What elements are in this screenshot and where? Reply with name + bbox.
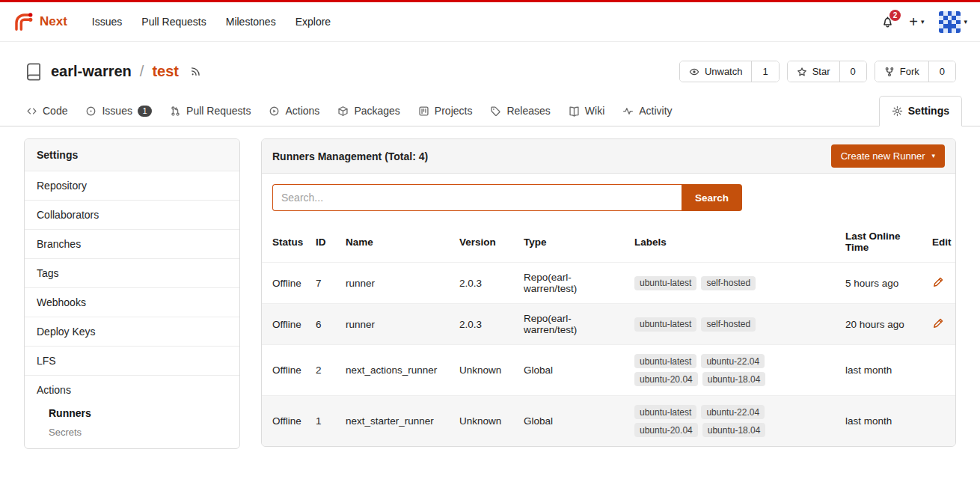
play-circle-icon bbox=[269, 106, 280, 117]
sidebar-item-repository[interactable]: Repository bbox=[25, 171, 239, 200]
runner-status: Offline bbox=[262, 304, 310, 345]
sidebar-item-lfs[interactable]: LFS bbox=[25, 346, 239, 375]
repo-action-buttons: Unwatch 1 Star 0 bbox=[679, 61, 956, 82]
main-nav: Issues Pull Requests Milestones Explore bbox=[82, 10, 340, 34]
sidebar-item-actions[interactable]: Actions bbox=[25, 375, 239, 404]
tab-code[interactable]: Code bbox=[18, 97, 76, 126]
tab-label: Packages bbox=[354, 105, 399, 117]
package-icon bbox=[337, 106, 349, 117]
tab-label: Wiki bbox=[585, 105, 604, 117]
chevron-down-icon: ▾ bbox=[931, 153, 935, 159]
sidebar-item-webhooks[interactable]: Webhooks bbox=[25, 287, 239, 317]
label-badge: ubuntu-latest bbox=[634, 354, 696, 368]
create-new-menu-button[interactable]: + ▾ bbox=[909, 16, 924, 28]
fork-button[interactable]: Fork bbox=[875, 61, 928, 82]
brand-name: Next bbox=[40, 14, 67, 29]
pencil-icon bbox=[932, 317, 944, 329]
runners-table: Status ID Name Version Type Labels Last … bbox=[262, 222, 956, 446]
tab-wiki[interactable]: Wiki bbox=[560, 97, 613, 126]
nav-pull-requests[interactable]: Pull Requests bbox=[132, 10, 215, 34]
tab-projects[interactable]: Projects bbox=[410, 97, 481, 126]
issues-count-badge: 1 bbox=[138, 106, 152, 117]
runners-panel-header: Runners Management (Total: 4) Create new… bbox=[262, 139, 955, 174]
book-icon bbox=[569, 106, 580, 117]
nav-explore[interactable]: Explore bbox=[286, 10, 340, 34]
notifications-button[interactable]: 2 bbox=[881, 16, 894, 28]
search-section: Search bbox=[262, 174, 955, 222]
label-badge: ubuntu-18.04 bbox=[702, 372, 766, 386]
runner-id: 1 bbox=[310, 396, 340, 447]
runner-id: 2 bbox=[310, 345, 340, 396]
star-button-group: Star 0 bbox=[787, 61, 867, 82]
search-input[interactable] bbox=[272, 184, 682, 211]
sidebar-item-secrets[interactable]: Secrets bbox=[25, 424, 239, 441]
eye-icon bbox=[689, 67, 699, 77]
sidebar-item-deploy-keys[interactable]: Deploy Keys bbox=[25, 317, 239, 346]
nav-issues[interactable]: Issues bbox=[82, 10, 132, 34]
label-badge: ubuntu-22.04 bbox=[701, 405, 765, 419]
star-button[interactable]: Star bbox=[788, 61, 839, 82]
tab-activity[interactable]: Activity bbox=[614, 97, 680, 126]
table-header: Status ID Name Version Type Labels Last … bbox=[262, 222, 956, 263]
watchers-count[interactable]: 1 bbox=[751, 61, 778, 82]
notification-count-badge: 2 bbox=[889, 10, 901, 21]
search-button[interactable]: Search bbox=[682, 184, 742, 211]
runner-labels: ubuntu-latest ubuntu-22.04 ubuntu-20.04 … bbox=[628, 396, 839, 447]
runner-edit-cell bbox=[926, 396, 956, 447]
stars-count[interactable]: 0 bbox=[839, 61, 866, 82]
nav-milestones[interactable]: Milestones bbox=[216, 10, 286, 34]
runner-name: runner bbox=[340, 263, 453, 304]
tab-label: Code bbox=[43, 105, 67, 117]
tab-pull-requests[interactable]: Pull Requests bbox=[162, 97, 259, 126]
runner-id: 7 bbox=[310, 263, 340, 304]
sidebar-item-branches[interactable]: Branches bbox=[25, 229, 239, 258]
runner-labels: ubuntu-latest self-hosted bbox=[628, 263, 839, 304]
runner-edit-cell bbox=[926, 304, 956, 345]
settings-sidebar: Settings Repository Collaborators Branch… bbox=[24, 138, 240, 449]
project-board-icon bbox=[418, 106, 429, 117]
runner-name: next_starter_runner bbox=[340, 396, 453, 447]
create-new-runner-button[interactable]: Create new Runner ▾ bbox=[831, 144, 945, 168]
runner-labels: ubuntu-latest self-hosted bbox=[628, 304, 839, 345]
edit-runner-button[interactable] bbox=[932, 317, 944, 329]
fork-label: Fork bbox=[900, 66, 919, 77]
unwatch-button[interactable]: Unwatch bbox=[680, 61, 752, 82]
sidebar-actions-submenu: Runners Secrets bbox=[25, 404, 239, 448]
edit-runner-button[interactable] bbox=[932, 276, 944, 288]
rss-feed-button[interactable] bbox=[190, 66, 201, 77]
runners-panel: Runners Management (Total: 4) Create new… bbox=[261, 138, 956, 447]
top-navbar: Next Issues Pull Requests Milestones Exp… bbox=[0, 2, 980, 42]
sidebar-item-tags[interactable]: Tags bbox=[25, 258, 239, 287]
tab-label: Actions bbox=[285, 105, 319, 117]
issue-icon bbox=[85, 106, 97, 117]
repo-name-link[interactable]: test bbox=[152, 63, 179, 80]
runner-type: Repo(earl-warren/test) bbox=[518, 304, 628, 345]
tab-label: Releases bbox=[506, 105, 550, 117]
tab-packages[interactable]: Packages bbox=[329, 97, 408, 126]
gear-icon bbox=[892, 106, 903, 117]
navbar-right: 2 + ▾ bbox=[881, 11, 967, 33]
repo-owner-link[interactable]: earl-warren bbox=[51, 63, 132, 80]
forks-count[interactable]: 0 bbox=[928, 61, 955, 82]
home-link[interactable]: Next bbox=[13, 11, 67, 33]
tab-label: Issues bbox=[102, 105, 132, 117]
col-status: Status bbox=[262, 222, 310, 263]
tab-issues[interactable]: Issues 1 bbox=[77, 97, 160, 126]
runner-status: Offline bbox=[262, 263, 310, 304]
col-id: ID bbox=[310, 222, 340, 263]
runner-row: Offline 6 runner 2.0.3 Repo(earl-warren/… bbox=[262, 304, 956, 345]
sidebar-item-runners[interactable]: Runners bbox=[25, 404, 239, 424]
settings-content: Settings Repository Collaborators Branch… bbox=[0, 126, 980, 461]
repo-path-separator: / bbox=[140, 63, 144, 80]
sidebar-item-collaborators[interactable]: Collaborators bbox=[25, 200, 239, 229]
tab-settings[interactable]: Settings bbox=[879, 96, 962, 126]
runner-row: Offline 7 runner 2.0.3 Repo(earl-warren/… bbox=[262, 263, 956, 304]
label-badge: ubuntu-latest bbox=[634, 405, 696, 419]
create-new-runner-label: Create new Runner bbox=[841, 150, 925, 162]
unwatch-label: Unwatch bbox=[705, 66, 743, 77]
tab-releases[interactable]: Releases bbox=[482, 97, 558, 126]
pull-request-icon bbox=[170, 106, 181, 117]
label-badge: ubuntu-22.04 bbox=[701, 354, 765, 368]
user-menu-button[interactable]: ▾ bbox=[939, 11, 967, 33]
tab-actions[interactable]: Actions bbox=[260, 97, 328, 126]
